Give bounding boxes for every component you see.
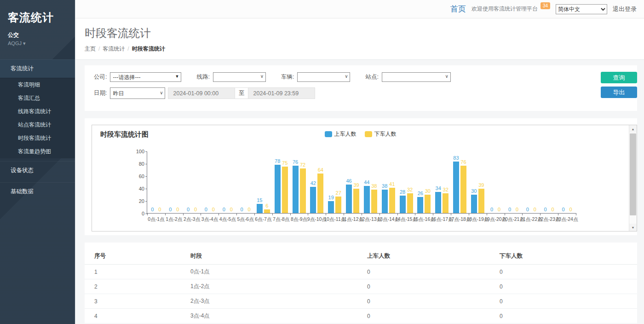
bar-group: 64: [317, 174, 323, 213]
table-row: 10点-1点00: [85, 265, 637, 279]
bar-value-label: 15: [257, 197, 262, 203]
scrollbar-down-icon[interactable]: ▼: [629, 224, 637, 231]
chart-category: 76728点-9点: [290, 151, 308, 213]
chart-legend: 上车人数下车人数: [92, 130, 629, 138]
sidebar-subitem-客流明细[interactable]: 客流明细: [0, 78, 75, 92]
bar-group: 78: [275, 165, 281, 213]
legend-label: 上车人数: [334, 130, 356, 138]
bar-value-label: 0: [176, 207, 179, 212]
bar-value-label: 0: [240, 207, 243, 212]
chart-category: 42649点-10点: [308, 151, 326, 213]
main-area: 首页 欢迎使用客流统计管理平台 34 简体中文 退出登录 时段客流统计 主页/客…: [75, 0, 644, 324]
table-panel: 序号时段上车人数下车人数 10点-1点0021点-2点0032点-3点0043点…: [85, 243, 637, 324]
scrollbar-thumb[interactable]: [630, 133, 636, 215]
bar-group: 42: [310, 187, 316, 213]
bar: [335, 197, 341, 213]
table-header-cell: 上车人数: [367, 248, 500, 265]
brand-org: 公交: [8, 31, 67, 39]
table-cell: 0: [500, 265, 637, 279]
table-header-row: 序号时段上车人数下车人数: [85, 248, 637, 265]
chart-category: 192710点-11点: [326, 151, 344, 213]
chart-category: 0019点-20点: [487, 151, 505, 213]
y-axis-tick-label: 0: [132, 211, 144, 216]
bar-value-label: 38: [371, 183, 377, 189]
chart-panel: 时段车流统计图 上车人数下车人数 020406080100000点-1点001点…: [85, 118, 637, 235]
table-cell: 2: [85, 279, 190, 294]
bar-group: 26: [417, 197, 423, 213]
sidebar-subitem-线路客流统计[interactable]: 线路客流统计: [0, 105, 75, 118]
table-row: 43点-4点00: [85, 309, 637, 324]
sidebar-subitem-时段客流统计[interactable]: 时段客流统计: [0, 132, 75, 145]
bar-value-label: 19: [328, 195, 334, 200]
chart-category: 343216点-17点: [433, 151, 451, 213]
table-cell: 0: [367, 294, 500, 309]
bar-group: 27: [335, 197, 341, 213]
bar-group: 28: [400, 196, 406, 213]
filter-row-1: 公司: ---请选择--- ▼ 线路:: [94, 72, 628, 82]
chart-scrollbar[interactable]: ▲ ▼: [629, 125, 637, 231]
search-button[interactable]: 查询: [601, 72, 637, 83]
date-from-input[interactable]: 2024-01-09 00:00: [168, 87, 235, 99]
table-cell: 2点-3点: [190, 294, 367, 309]
bar-group: 76: [293, 166, 299, 213]
bar-group: 30: [471, 195, 477, 214]
bar-value-label: 0: [169, 207, 172, 212]
date-preset-select[interactable]: 昨日: [110, 87, 165, 99]
bar-value-label: 0: [230, 207, 233, 212]
scrollbar-up-icon[interactable]: ▲: [629, 125, 637, 133]
sidebar-subitem-客流量趋势图[interactable]: 客流量趋势图: [0, 145, 75, 158]
bar-value-label: 0: [194, 207, 197, 212]
sidebar-item-设备状态[interactable]: 设备状态: [0, 161, 75, 179]
filter-company: 公司: ---请选择--- ▼: [94, 72, 181, 82]
sidebar-item-客流统计[interactable]: 客流统计: [0, 59, 75, 78]
breadcrumb-item[interactable]: 客流统计: [103, 46, 125, 52]
table-cell: 0: [367, 265, 500, 279]
date-label: 日期:: [94, 89, 107, 97]
breadcrumb-item[interactable]: 主页: [85, 46, 96, 52]
chart-category: 443812点-13点: [362, 151, 380, 213]
export-button[interactable]: 导出: [601, 87, 637, 98]
bar-value-label: 75: [282, 160, 288, 166]
bar: [282, 167, 288, 213]
bar-value-label: 41: [389, 181, 395, 187]
table-cell: 0点-1点: [190, 265, 367, 279]
topbar-home-link[interactable]: 首页: [450, 4, 466, 14]
language-select[interactable]: 简体中文: [556, 4, 607, 14]
user-dropdown[interactable]: AQGJ ▾: [8, 40, 67, 46]
sidebar-item-基础数据[interactable]: 基础数据: [0, 182, 75, 201]
breadcrumb-separator: /: [98, 46, 100, 52]
bar-group: 76: [460, 166, 466, 213]
legend-swatch: [325, 131, 332, 137]
bar-value-label: 0: [552, 207, 554, 212]
bar-value-label: 32: [443, 187, 448, 192]
station-select[interactable]: [382, 72, 451, 82]
bar-value-label: 32: [407, 187, 413, 192]
sidebar: 客流统计 公交 AQGJ ▾ 客流统计客流明细客流汇总线路客流统计站点客流统计时…: [0, 0, 75, 324]
y-axis-tick-label: 20: [132, 198, 144, 204]
bar-value-label: 0: [151, 207, 154, 212]
bar: [275, 165, 281, 213]
line-select[interactable]: [213, 72, 266, 82]
chart-categories: 000点-1点001点-2点002点-3点003点-4点004点-5点005点-…: [147, 151, 576, 213]
chart-category: 837617点-18点: [451, 151, 469, 213]
table-cell: 1点-2点: [190, 279, 367, 294]
sidebar-subitem-站点客流统计[interactable]: 站点客流统计: [0, 118, 75, 132]
bar-value-label: 0: [569, 207, 572, 212]
legend-item-下车人数[interactable]: 下车人数: [365, 130, 397, 138]
vehicle-select[interactable]: [297, 72, 350, 82]
date-range-separator: 至: [235, 87, 248, 99]
sidebar-subitem-客流汇总[interactable]: 客流汇总: [0, 92, 75, 105]
bar: [460, 166, 466, 213]
legend-item-上车人数[interactable]: 上车人数: [325, 130, 356, 138]
table-cell: 0: [500, 294, 637, 309]
bar-value-label: 0: [526, 207, 529, 212]
company-select[interactable]: ---请选择---: [110, 72, 181, 82]
bar-group: 32: [407, 193, 413, 213]
chart-plot: 020406080100000点-1点001点-2点002点-3点003点-4点…: [147, 151, 576, 214]
notification-badge[interactable]: 34: [540, 2, 550, 9]
logout-link[interactable]: 退出登录: [613, 5, 637, 13]
x-axis-label: 7点-8点: [273, 216, 289, 223]
date-to-input[interactable]: 2024-01-09 23:59: [248, 87, 315, 99]
bar-group: 44: [364, 186, 370, 213]
caret-down-icon: ▾: [23, 40, 26, 46]
